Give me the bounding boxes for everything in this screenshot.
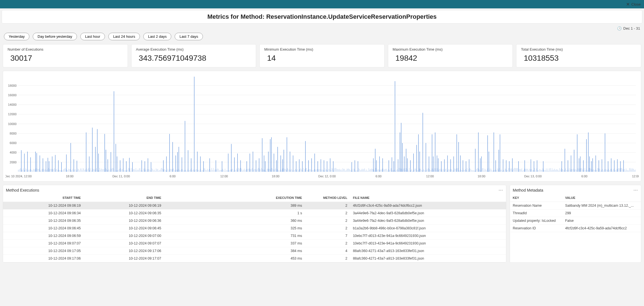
- cell-level: 2: [305, 217, 350, 225]
- svg-text:Dec 13, 0:00: Dec 13, 0:00: [524, 175, 542, 178]
- summary-card: Number of Executions30017: [3, 44, 128, 67]
- cell-level: 2: [305, 240, 350, 247]
- table-row[interactable]: 10-12-2024 09:07:0710-12-2024 09:07:0733…: [3, 240, 506, 247]
- col-method-level[interactable]: METHOD LEVEL: [305, 194, 350, 202]
- cell-end: 10-12-2024 09:06:19: [84, 202, 164, 210]
- svg-text:6:00: 6:00: [581, 175, 587, 178]
- quick-range-last-2-days[interactable]: Last 2 days: [143, 33, 172, 40]
- cell-level: 7: [305, 232, 350, 240]
- table-row[interactable]: 10-12-2024 09:17:0510-12-2024 09:17:0638…: [3, 247, 506, 255]
- date-range-text: Dec 1 - 31: [623, 26, 640, 30]
- table-header-row: KEY VALUE: [510, 194, 641, 202]
- cell-key: Reservation ID: [510, 225, 562, 232]
- cell-value: 4fcf2d9f-c3c4-425c-9a59-ada74dcf6cc2: [562, 225, 641, 232]
- card-label: Maximum Execution Time (ms): [393, 47, 508, 51]
- close-icon: ✕: [626, 2, 630, 7]
- svg-text:12:00: 12:00: [632, 175, 639, 178]
- cell-file: b1a3a2b6-9bb8-498c-b0ce-6798a383c81f.jso…: [350, 225, 506, 232]
- summary-card: Minimum Execution Time (ms)14: [259, 44, 385, 67]
- col-execution-time[interactable]: EXECUTION TIME: [164, 194, 305, 202]
- cell-key: Updated property: IsLocked: [510, 217, 562, 225]
- cell-start: 10-12-2024 09:06:35: [3, 217, 84, 225]
- date-range-display[interactable]: 🕒 Dec 1 - 31: [0, 25, 644, 30]
- cell-dur: 453 ms: [164, 255, 305, 262]
- table-row[interactable]: Reservation ID4fcf2d9f-c3c4-425c-9a59-ad…: [510, 225, 641, 232]
- table-row[interactable]: 10-12-2024 09:06:1910-12-2024 09:06:1938…: [3, 202, 506, 210]
- clock-icon: 🕒: [617, 26, 622, 30]
- svg-text:6000: 6000: [10, 141, 17, 145]
- col-value[interactable]: VALUE: [562, 194, 641, 202]
- svg-text:8000: 8000: [10, 132, 17, 135]
- cell-start: 10-12-2024 09:17:06: [3, 255, 84, 262]
- cell-level: 2: [305, 202, 350, 210]
- card-label: Minimum Execution Time (ms): [264, 47, 380, 51]
- cell-file: 10ebc7f7-d013-423e-941a-9c6649231930.jso…: [350, 240, 506, 247]
- svg-text:16000: 16000: [8, 93, 17, 97]
- cell-dur: 389 ms: [164, 202, 305, 210]
- cell-key: ThreadId: [510, 210, 562, 217]
- window-top-bar: ✕ Close: [0, 0, 644, 8]
- summary-card: Average Execution Time (ms)343.756971049…: [131, 44, 256, 67]
- cell-dur: 1 s: [164, 210, 305, 217]
- cell-end: 10-12-2024 09:06:35: [84, 210, 164, 217]
- quick-range-last-24-hours[interactable]: Last 24 hours: [108, 33, 140, 40]
- table-row[interactable]: 10-12-2024 09:06:3510-12-2024 09:06:3636…: [3, 217, 506, 225]
- cell-file: 88afc360-4271-43a7-a913-163e833fef31.jso…: [350, 247, 506, 255]
- panel-menu-icon[interactable]: ⋯: [633, 187, 638, 193]
- svg-text:18:00: 18:00: [66, 175, 74, 178]
- cell-level: 2: [305, 210, 350, 217]
- table-row[interactable]: 10-12-2024 09:17:0610-12-2024 09:17:0745…: [3, 255, 506, 262]
- table-row[interactable]: 10-12-2024 09:06:4510-12-2024 09:06:4532…: [3, 225, 506, 232]
- col-start-time[interactable]: START TIME: [3, 194, 84, 202]
- cell-start: 10-12-2024 09:06:59: [3, 232, 84, 240]
- cell-end: 10-12-2024 09:07:07: [84, 240, 164, 247]
- execution-time-chart-panel: 2000400060008000100001200014000160001800…: [3, 71, 641, 182]
- method-executions-title: Method Executions: [6, 188, 39, 192]
- card-value: 19842: [393, 54, 508, 63]
- col-file-name[interactable]: FILE NAME: [350, 194, 506, 202]
- svg-text:12000: 12000: [8, 112, 17, 116]
- cell-start: 10-12-2024 09:06:19: [3, 202, 84, 210]
- quick-range-row: YesterdayDay before yesterdayLast hourLa…: [0, 30, 644, 44]
- cell-end: 10-12-2024 09:06:45: [84, 225, 164, 232]
- cell-start: 10-12-2024 09:06:45: [3, 225, 84, 232]
- svg-text:6:00: 6:00: [376, 175, 381, 178]
- svg-text:2000: 2000: [10, 161, 17, 164]
- cell-dur: 731 ms: [164, 232, 305, 240]
- method-executions-panel: Method Executions ⋯ START TIME END TIME …: [3, 185, 506, 263]
- execution-time-chart[interactable]: 2000400060008000100001200014000160001800…: [5, 74, 639, 180]
- method-metadata-panel: Method Metadata ⋯ KEY VALUE Reservation …: [510, 185, 641, 263]
- close-button[interactable]: ✕ Close: [626, 2, 641, 7]
- quick-range-last-7-days[interactable]: Last 7 days: [175, 33, 203, 40]
- table-row[interactable]: ThreadId299: [510, 210, 641, 217]
- table-row[interactable]: Updated property: IsLockedFalse: [510, 217, 641, 225]
- quick-range-yesterday[interactable]: Yesterday: [4, 33, 29, 40]
- table-header-row: START TIME END TIME EXECUTION TIME METHO…: [3, 194, 506, 202]
- quick-range-day-before-yesterday[interactable]: Day before yesterday: [33, 33, 77, 40]
- card-value: 343.756971049738: [136, 54, 252, 63]
- cell-value: False: [562, 217, 641, 225]
- svg-text:18000: 18000: [8, 84, 17, 87]
- col-key[interactable]: KEY: [510, 194, 562, 202]
- card-value: 14: [264, 54, 380, 63]
- page-title: Metrics for Method: ReservationInstance.…: [2, 10, 642, 23]
- summary-card: Maximum Execution Time (ms)19842: [388, 44, 513, 67]
- table-row[interactable]: 10-12-2024 09:06:3410-12-2024 09:06:351 …: [3, 210, 506, 217]
- panel-menu-icon[interactable]: ⋯: [498, 187, 503, 193]
- cell-start: 10-12-2024 09:07:07: [3, 240, 84, 247]
- col-end-time[interactable]: END TIME: [84, 194, 164, 202]
- cell-file: 10ebc7f7-d013-423e-941a-9c6649231930.jso…: [350, 232, 506, 240]
- cell-file: 3a44e9e6-7fa2-4dec-9af3-628a6db0ef5e.jso…: [350, 210, 506, 217]
- svg-text:18:00: 18:00: [272, 175, 280, 178]
- card-label: Total Execution Time (ms): [521, 47, 636, 51]
- table-row[interactable]: Reservation NameSalibandy MM 2024 (m)_mu…: [510, 202, 641, 210]
- svg-text:4000: 4000: [10, 151, 17, 154]
- method-executions-table: START TIME END TIME EXECUTION TIME METHO…: [3, 194, 506, 262]
- cell-end: 10-12-2024 09:17:07: [84, 255, 164, 262]
- svg-text:10000: 10000: [8, 122, 17, 126]
- summary-card: Total Execution Time (ms)10318553: [516, 44, 641, 67]
- cell-file: 3a44e9e6-7fa2-4dec-9af3-628a6db0ef5e.jso…: [350, 217, 506, 225]
- quick-range-last-hour[interactable]: Last hour: [80, 33, 105, 40]
- table-row[interactable]: 10-12-2024 09:06:5910-12-2024 09:07:0073…: [3, 232, 506, 240]
- cell-dur: 325 ms: [164, 225, 305, 232]
